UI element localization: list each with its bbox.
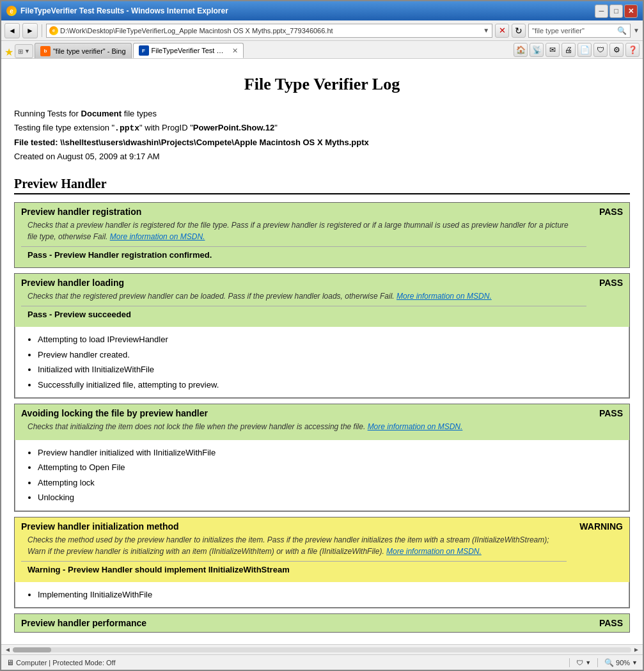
test-locking-detail-list: Preview handler initialized with IInitia…	[22, 445, 622, 505]
scroll-track	[13, 647, 631, 652]
file-info-ext: .pptx	[114, 123, 139, 133]
add-tab-icon[interactable]: ⊞	[18, 48, 23, 55]
print-button[interactable]: 🖨	[562, 43, 576, 57]
test-initialization-details: Implementing IInitializeWithFile	[15, 582, 629, 608]
test-initialization-msdn-link[interactable]: More information on MSDN.	[386, 547, 482, 556]
test-loading-msdn-link[interactable]: More information on MSDN.	[397, 292, 492, 301]
file-info-running-prefix: Running Tests for	[14, 109, 81, 118]
feeds-button[interactable]: 📡	[530, 43, 544, 57]
list-item: Unlocking	[38, 490, 622, 505]
test-loading-header-left: Preview handler loading Checks that the …	[21, 278, 586, 323]
test-locking-desc-text: Checks that initializing the item does n…	[27, 422, 365, 431]
test-initialization-title: Preview handler initialization method	[21, 521, 567, 532]
tab-bar-dropdown-icon[interactable]: ▼	[24, 48, 30, 54]
test-registration-result: Pass - Preview Handler registration conf…	[21, 246, 586, 264]
test-locking-msdn-link[interactable]: More information on MSDN.	[368, 422, 463, 431]
refresh-button[interactable]: ↻	[512, 24, 526, 38]
search-icon[interactable]: 🔍	[617, 26, 627, 35]
file-info-line4: Created on August 05, 2009 at 9:17 AM	[14, 150, 630, 164]
zoom-dropdown-icon[interactable]: ▼	[632, 659, 638, 666]
file-info-testing-prefix: Testing file type extension "	[14, 123, 114, 132]
test-loading-desc-text: Checks that the registered preview handl…	[27, 292, 395, 301]
test-locking-title: Avoiding locking the file by preview han…	[21, 408, 586, 418]
browser-favicon-icon: e	[6, 6, 17, 16]
nav-separator	[42, 24, 42, 37]
maximize-button[interactable]: □	[609, 4, 623, 18]
zoom-icon: 🔍	[604, 658, 614, 667]
test-loading-title: Preview handler loading	[21, 278, 586, 288]
security-dropdown-icon[interactable]: ▼	[585, 659, 591, 666]
address-bar[interactable]: D:\Work\Desktop\FileTypeVerifierLog_Appl…	[60, 27, 481, 35]
tab-bar-toolbar: 🏠 📡 ✉ 🖨 📄 🛡 ⚙ ❓	[514, 43, 640, 58]
back-button[interactable]: ◄	[4, 23, 20, 38]
scroll-right-icon[interactable]: ►	[633, 646, 640, 653]
test-locking-status: PASS	[599, 408, 623, 418]
tab-close-icon[interactable]: ✕	[232, 47, 238, 55]
test-loading-header: Preview handler loading Checks that the …	[15, 274, 629, 327]
forward-button[interactable]: ►	[22, 23, 38, 38]
tab-ftv-label: FileTypeVerifier Test Re...	[152, 47, 228, 54]
list-item: Preview handler created.	[38, 347, 622, 362]
test-initialization-desc: Checks the method used by the preview ha…	[21, 532, 567, 561]
test-registration-msdn-link[interactable]: More information on MSDN.	[110, 232, 205, 241]
test-initialization: Preview handler initialization method Ch…	[14, 517, 630, 608]
page-content: File Type Verifier Log Running Tests for…	[1, 59, 643, 644]
test-performance-header-left: Preview handler performance	[21, 618, 586, 628]
file-info-path: File tested: \\shelltest\users\dwashin\P…	[14, 138, 369, 147]
test-locking-header-left: Avoiding locking the file by preview han…	[21, 408, 586, 436]
tab-ftv[interactable]: F FileTypeVerifier Test Re... ✕	[133, 43, 244, 58]
test-performance-title: Preview handler performance	[21, 618, 586, 628]
address-favicon-icon: e	[49, 26, 58, 35]
navigation-bar: ◄ ► e D:\Work\Desktop\FileTypeVerifierLo…	[1, 20, 643, 41]
status-zoom[interactable]: 🔍 90% ▼	[604, 658, 638, 667]
ftv-favicon-icon: F	[139, 45, 149, 56]
tools-button[interactable]: ⚙	[609, 43, 624, 57]
scroll-left-icon[interactable]: ◄	[4, 646, 11, 653]
list-item: Initialized with IInitializeWithFile	[38, 362, 622, 377]
help-button[interactable]: ❓	[625, 43, 640, 57]
test-registration-status: PASS	[599, 207, 623, 217]
scroll-thumb[interactable]	[13, 647, 51, 652]
list-item: Preview handler initialized with IInitia…	[38, 445, 622, 460]
file-info-running-suffix: file types	[122, 109, 157, 118]
test-initialization-detail-list: Implementing IInitializeWithFile	[22, 587, 622, 602]
test-performance-status: PASS	[599, 618, 623, 628]
test-initialization-status: WARNING	[579, 521, 623, 532]
section-header: Preview Handler	[14, 177, 630, 194]
close-button[interactable]: ✕	[624, 4, 638, 18]
search-input[interactable]: "file type verifier"	[532, 27, 585, 35]
test-locking-details: Preview handler initialized with IInitia…	[15, 440, 629, 511]
test-registration-title: Preview handler registration	[21, 207, 586, 217]
search-bar[interactable]: "file type verifier" 🔍	[528, 24, 631, 38]
test-loading-detail-list: Attempting to load IPreviewHandler Previ…	[22, 332, 622, 392]
test-loading: Preview handler loading Checks that the …	[14, 273, 630, 399]
test-loading-status: PASS	[599, 278, 623, 288]
stop-button[interactable]: ✕	[495, 24, 509, 38]
test-locking: Avoiding locking the file by preview han…	[14, 404, 630, 512]
tab-bing[interactable]: b "file type verifier" - Bing	[35, 43, 132, 58]
list-item: Implementing IInitializeWithFile	[38, 587, 622, 602]
browser-window: e FileTypeVerifier Test Results - Window…	[0, 0, 644, 671]
read-mail-button[interactable]: ✉	[546, 43, 560, 57]
test-registration: Preview handler registration Checks that…	[14, 202, 630, 268]
test-loading-desc: Checks that the registered preview handl…	[21, 288, 586, 306]
horizontal-scrollbar[interactable]: ◄ ►	[1, 644, 643, 654]
minimize-button[interactable]: ─	[595, 4, 608, 18]
file-info-line1: Running Tests for Document file types	[14, 107, 630, 121]
status-text: Computer | Protected Mode: Off	[16, 659, 116, 667]
test-loading-result: Pass - Preview succeeded	[21, 306, 586, 323]
file-info-testing-suffix: "	[274, 123, 278, 132]
file-info-line3: File tested: \\shelltest\users\dwashin\P…	[14, 136, 630, 150]
status-divider	[569, 658, 570, 667]
search-dropdown-icon[interactable]: ▼	[633, 27, 640, 34]
page-button[interactable]: 📄	[577, 43, 592, 57]
home-button[interactable]: 🏠	[514, 43, 528, 57]
test-performance-header: Preview handler performance PASS	[15, 614, 629, 632]
test-registration-header-left: Preview handler registration Checks that…	[21, 207, 586, 264]
browser-content[interactable]: File Type Verifier Log Running Tests for…	[1, 59, 643, 644]
status-divider-2	[597, 658, 598, 667]
file-info-line2: Testing file type extension ".pptx" with…	[14, 121, 630, 136]
safety-button[interactable]: 🛡	[593, 43, 608, 57]
favorites-star-icon[interactable]: ★	[4, 46, 13, 58]
address-dropdown-icon[interactable]: ▼	[483, 27, 489, 34]
